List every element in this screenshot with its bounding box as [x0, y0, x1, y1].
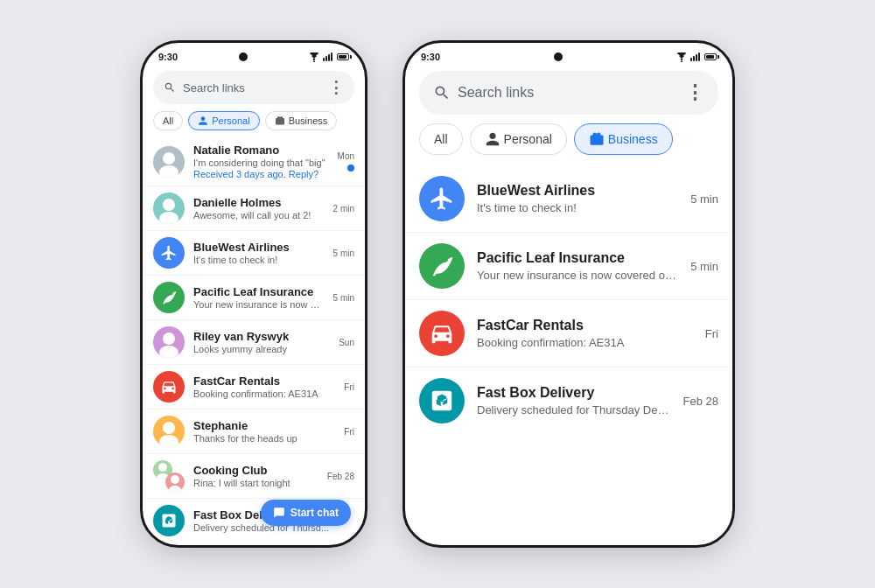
phone-content-large: Search links ⋮ All Personal Business	[405, 66, 732, 536]
tab-business-large[interactable]: Business	[574, 123, 673, 155]
conv-time-pacific-large: 5 min	[690, 260, 718, 273]
phone-content-small: Search links ⋮ All Personal Business	[143, 66, 365, 536]
conv-time-danielle: 2 min	[333, 204, 354, 214]
time-small: 9:30	[158, 52, 178, 62]
more-icon-large[interactable]: ⋮	[685, 81, 704, 104]
conv-content-bluewest: BlueWest Airlines It's time to check in!	[193, 241, 325, 265]
status-icons-large	[676, 52, 717, 62]
conv-content-riley: Riley van Ryswyk Looks yummy already	[193, 330, 330, 354]
conv-item-danielle[interactable]: Danielle Holmes Awesome, will call you a…	[143, 186, 365, 230]
start-chat-label: Start chat	[290, 507, 339, 519]
conv-item-riley[interactable]: Riley van Ryswyk Looks yummy already Sun	[143, 319, 365, 364]
tabs-large: All Personal Business	[405, 123, 732, 165]
conv-name-fastcar: FastCar Rentals	[193, 374, 335, 388]
conv-time-stephanie: Fri	[344, 427, 354, 437]
conv-preview-pacific: Your new insurance is now covered on the	[193, 299, 325, 310]
tab-all-small[interactable]: All	[153, 111, 183, 130]
conv-list-large: BlueWest Airlines It's time to check in!…	[405, 165, 732, 536]
conv-item-cooking[interactable]: Cooking Club Rina: I will start tonight …	[143, 453, 365, 498]
conv-item-stephanie[interactable]: Stephanie Thanks for the heads up Fri	[143, 409, 365, 453]
conv-time-fastbox-large: Feb 28	[683, 395, 718, 408]
conv-name-danielle: Danielle Holmes	[193, 196, 325, 209]
conv-meta-fastbox-large: Feb 28	[683, 395, 718, 408]
battery-icon-small	[337, 53, 349, 60]
tab-personal-small[interactable]: Personal	[188, 111, 259, 130]
svg-point-15	[681, 60, 682, 62]
svg-point-7	[163, 422, 175, 434]
avatar-cooking-group	[153, 460, 185, 492]
conv-preview-fastbox-large: Delivery scheduled for Thursday Dec. 18	[477, 403, 671, 416]
conv-time-fastcar: Fri	[344, 382, 354, 392]
conv-time-pacific: 5 min	[333, 293, 354, 303]
business-tab-icon-large	[589, 131, 605, 147]
conv-item-pacific-large[interactable]: Pacific Leaf Insurance Your new insuranc…	[405, 232, 732, 299]
conv-meta-stephanie: Fri	[344, 427, 354, 437]
start-chat-fab[interactable]: Start chat	[261, 500, 351, 526]
search-placeholder-small: Search links	[183, 81, 321, 94]
conv-meta-fastcar: Fri	[344, 382, 354, 392]
svg-point-2	[159, 165, 178, 178]
conv-name-natalie: Natalie Romano	[193, 144, 329, 157]
conv-meta-pacific-large: 5 min	[690, 260, 718, 273]
search-bar-small[interactable]: Search links ⋮	[153, 71, 354, 104]
tabs-small: All Personal Business	[143, 111, 365, 137]
conv-item-bluewest[interactable]: BlueWest Airlines It's time to check in!…	[143, 230, 365, 275]
conv-preview-bluewest: It's time to check in!	[193, 255, 325, 265]
conv-content-pacific-large: Pacific Leaf Insurance Your new insuranc…	[477, 250, 678, 282]
avatar-pacific	[153, 282, 185, 313]
conv-name-pacific: Pacific Leaf Insurance	[193, 285, 325, 298]
conv-meta-fastcar-large: Fri	[705, 327, 718, 340]
conv-time-bluewest-large: 5 min	[690, 192, 718, 206]
tab-all-large[interactable]: All	[419, 123, 463, 155]
battery-icon-large	[704, 53, 717, 60]
personal-tab-icon-small	[198, 116, 208, 126]
tab-business-small[interactable]: Business	[265, 111, 338, 130]
tab-personal-large[interactable]: Personal	[470, 123, 567, 155]
conv-list-small: Natalie Romano I'm considering doing tha…	[143, 137, 365, 536]
conv-preview-cooking: Rina: I will start tonight	[193, 478, 318, 488]
avatar-riley	[153, 326, 185, 358]
conv-meta-cooking: Feb 28	[327, 472, 354, 481]
conv-content-stephanie: Stephanie Thanks for the heads up	[193, 419, 335, 444]
conv-item-fastcar[interactable]: FastCar Rentals Booking confirmation: AE…	[143, 364, 365, 409]
conv-item-fastcar-large[interactable]: FastCar Rentals Booking confirmation: AE…	[405, 299, 732, 367]
avatar-fastcar	[153, 371, 185, 402]
conv-content-danielle: Danielle Holmes Awesome, will call you a…	[193, 196, 325, 220]
conv-meta-bluewest: 5 min	[333, 248, 354, 258]
conv-preview-bluewest-large: It's time to check in!	[477, 201, 678, 214]
svg-point-6	[159, 346, 178, 358]
conv-item-fastbox-large[interactable]: Fast Box Delivery Delivery scheduled for…	[405, 367, 732, 434]
status-bar-small: 9:30	[143, 43, 365, 66]
svg-point-4	[159, 212, 178, 224]
conv-meta-riley: Sun	[339, 338, 354, 347]
conv-meta-pacific: 5 min	[333, 293, 354, 303]
avatar-fastbox	[153, 505, 185, 536]
conv-time-fastcar-large: Fri	[705, 327, 718, 340]
conv-content-fastcar: FastCar Rentals Booking confirmation: AE…	[193, 374, 335, 399]
conv-name-riley: Riley van Ryswyk	[193, 330, 330, 343]
conv-meta-bluewest-large: 5 min	[690, 192, 718, 206]
conv-item-natalie[interactable]: Natalie Romano I'm considering doing tha…	[143, 137, 365, 186]
more-icon-small[interactable]: ⋮	[328, 78, 344, 97]
conv-content-natalie: Natalie Romano I'm considering doing tha…	[193, 144, 329, 179]
status-icons-small	[308, 52, 349, 62]
search-bar-large[interactable]: Search links ⋮	[419, 71, 718, 115]
camera-small	[239, 52, 248, 61]
wifi-icon-small	[308, 52, 320, 62]
conv-time-bluewest: 5 min	[333, 248, 354, 258]
conv-name-fastbox-large: Fast Box Delivery	[477, 385, 671, 401]
conv-preview-natalie: I'm considering doing that "big"	[193, 158, 329, 168]
svg-point-3	[163, 199, 175, 211]
conv-preview2-natalie: Received 3 days ago. Reply?	[193, 169, 329, 179]
conv-item-bluewest-large[interactable]: BlueWest Airlines It's time to check in!…	[405, 165, 732, 232]
conv-item-pacific[interactable]: Pacific Leaf Insurance Your new insuranc…	[143, 275, 365, 319]
conv-preview-fastcar-large: Booking confirmation: AE31A	[477, 336, 693, 349]
conv-name-fastcar-large: FastCar Rentals	[477, 318, 693, 333]
camera-large	[554, 52, 563, 61]
conv-meta-danielle: 2 min	[333, 204, 354, 214]
conv-content-fastbox-large: Fast Box Delivery Delivery scheduled for…	[477, 385, 671, 416]
avatar-fastbox-large	[419, 378, 465, 424]
personal-tab-icon-large	[485, 131, 500, 147]
conv-preview-danielle: Awesome, will call you at 2!	[193, 210, 325, 220]
conv-preview-stephanie: Thanks for the heads up	[193, 433, 335, 444]
